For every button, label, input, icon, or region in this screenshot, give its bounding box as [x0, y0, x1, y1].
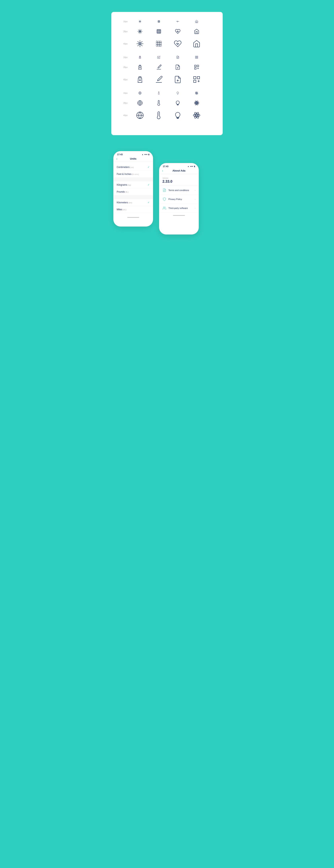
svg-line-8 [139, 22, 140, 23]
icon-row-40px-1: 40px [123, 40, 211, 48]
units-nav-title: Units [130, 157, 136, 160]
icon-row-28px-2: 28px [123, 64, 211, 70]
icon-cell-pharmacy-large [130, 75, 149, 84]
miles-label: Miles [117, 208, 122, 211]
privacy-chevron-icon: › [195, 198, 195, 200]
svg-line-39 [138, 45, 139, 46]
size-label-40-3: 40px [123, 114, 130, 117]
icon-cell-edit-large [149, 75, 168, 84]
about-status-icons: ▲ ●●● ▮ [187, 165, 195, 167]
icon-cell-pharmacy-small [130, 56, 149, 59]
about-signal-icon: ●●● [190, 165, 193, 167]
icon-cell-heartbeat-medium [168, 29, 187, 34]
size-label-28-3: 28px [123, 102, 130, 104]
phone-about-mockup: 17:43 ▲ ●●● ▮ ‹ About Ada Version 2.33.0 [159, 163, 199, 235]
terms-doc-icon [162, 188, 166, 192]
svg-point-24 [140, 31, 140, 32]
icon-cell-pharmacy-medium [130, 64, 149, 70]
svg-point-79 [196, 102, 197, 103]
svg-line-23 [138, 32, 139, 33]
svg-line-20 [138, 30, 139, 30]
about-version-section: Version 2.33.0 [159, 174, 199, 186]
icon-cell-home-medium [187, 29, 206, 34]
icon-cell-globe-large [130, 111, 149, 119]
size-label-16-3: 16px [123, 92, 130, 94]
about-version-value: 2.33.0 [162, 180, 195, 184]
svg-rect-51 [197, 56, 198, 57]
svg-line-5 [139, 21, 140, 21]
units-content: Centimeters (cm) ✓ Feet & Inches (ft. & … [114, 162, 153, 215]
icon-row-16px-3: 16px [123, 91, 211, 95]
units-group-length: Centimeters (cm) ✓ Feet & Inches (ft. & … [114, 163, 153, 178]
svg-point-9 [140, 21, 140, 22]
units-group-weight: Kilograms (kg) ✓ Pounds (lb.) [114, 181, 153, 195]
size-label-16-2: 16px [123, 56, 130, 58]
pounds-abbr: (lb.) [125, 191, 129, 193]
icon-row-28px-3: 28px [123, 100, 211, 106]
icon-row-16px-1: 16px [123, 20, 211, 23]
about-menu-privacy[interactable]: Privacy Policy › [159, 195, 199, 204]
svg-rect-69 [194, 80, 196, 83]
svg-rect-25 [157, 30, 161, 33]
svg-point-89 [196, 115, 197, 116]
kilometers-check: ✓ [148, 201, 150, 204]
about-nav-bar: ‹ About Ada [159, 168, 199, 174]
icon-section-2: 16px [123, 56, 211, 84]
icon-cell-atom-large [187, 111, 206, 119]
icon-cell-atom-medium [187, 100, 206, 106]
svg-line-22 [141, 30, 141, 30]
svg-line-7 [140, 21, 141, 21]
units-item-feet-inches[interactable]: Feet & Inches (ft. & in.) [114, 171, 153, 178]
svg-point-15 [139, 30, 141, 32]
svg-line-38 [141, 41, 142, 42]
miles-abbr: (mi.) [123, 209, 126, 211]
svg-rect-52 [195, 57, 196, 58]
icon-cell-crop-large [149, 40, 168, 48]
icon-cell-edit-medium [149, 64, 168, 70]
icon-cell-pulse-small [168, 20, 187, 23]
icon-row-28px-1: 28px [123, 29, 211, 34]
icon-cell-heartbeat-large [168, 40, 187, 48]
svg-rect-61 [194, 68, 196, 69]
svg-point-80 [194, 102, 199, 104]
icon-cell-crop-small [149, 20, 168, 23]
units-spacer-2 [114, 195, 153, 199]
units-status-time: 17:43 [117, 153, 123, 156]
icon-cell-doc-edit-large [168, 75, 187, 84]
about-wifi-icon: ▲ [187, 165, 189, 167]
about-nav-title: About Ada [172, 169, 185, 172]
svg-rect-68 [197, 76, 200, 79]
svg-rect-59 [194, 65, 196, 67]
about-home-bar-line [173, 215, 185, 216]
about-back-button[interactable]: ‹ [162, 169, 163, 173]
thirdparty-label: Third-party software [169, 207, 193, 209]
units-item-pounds[interactable]: Pounds (lb.) [114, 188, 153, 195]
svg-line-6 [140, 22, 141, 23]
icon-cell-globe-medium [130, 100, 149, 106]
icon-cell-atom-small [187, 91, 206, 95]
about-menu-thirdparty[interactable]: Third-party software › [159, 204, 199, 213]
kilograms-label: Kilograms [117, 183, 127, 186]
wifi-icon: ▲ [142, 153, 144, 155]
units-status-icons: ▲ ●●● ▮ [142, 153, 149, 155]
centimeters-check: ✓ [148, 165, 150, 168]
kilometers-abbr: (km) [129, 202, 132, 204]
icon-cell-virus-large [130, 40, 149, 48]
units-item-centimeters[interactable]: Centimeters (cm) ✓ [114, 163, 153, 171]
icon-section-1: 16px [123, 20, 211, 48]
units-item-kilometers[interactable]: Kilometers (km) ✓ [114, 199, 153, 206]
units-item-kilograms[interactable]: Kilograms (kg) ✓ [114, 181, 153, 188]
icon-cell-thermometer-medium [149, 100, 168, 106]
icon-cell-thermometer-small [149, 91, 168, 95]
units-item-miles[interactable]: Miles (mi.) [114, 206, 153, 213]
icon-section-3: 16px [123, 91, 211, 119]
terms-chevron-icon: › [195, 189, 195, 191]
about-version-label: Version [162, 177, 195, 179]
units-home-bar-line [127, 217, 139, 218]
units-spacer-1 [114, 178, 153, 181]
about-menu-terms[interactable]: Terms and conditions › [159, 186, 199, 195]
phones-section: 17:43 ▲ ●●● ▮ ‹ Units Centimeters (cm) [111, 151, 223, 235]
svg-rect-78 [177, 104, 178, 105]
units-back-button[interactable]: ‹ [116, 157, 117, 161]
kilograms-check: ✓ [148, 183, 150, 186]
